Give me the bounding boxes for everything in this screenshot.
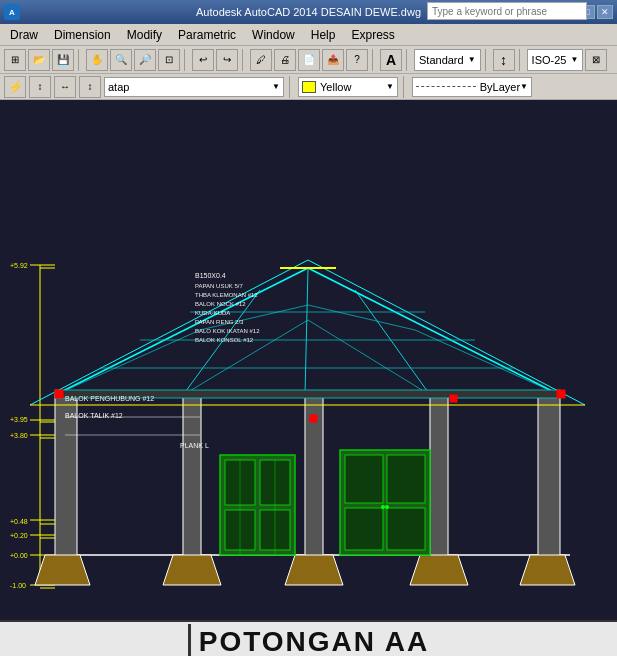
toolbar-btn-zoom-ext[interactable]: ⊡ xyxy=(158,49,180,71)
layer-dropdown[interactable]: atap ▼ xyxy=(104,77,284,97)
svg-marker-24 xyxy=(285,555,343,585)
svg-text:+3.95: +3.95 xyxy=(10,416,28,423)
menu-draw[interactable]: Draw xyxy=(2,26,46,44)
linetype-line xyxy=(416,86,476,87)
title-line-decoration xyxy=(188,624,191,656)
svg-text:BALOK KONSOL #12: BALOK KONSOL #12 xyxy=(195,337,254,343)
keyword-input[interactable] xyxy=(432,6,582,17)
toolbar-btn-publish[interactable]: 📤 xyxy=(322,49,344,71)
svg-point-60 xyxy=(381,505,385,509)
toolbar-btn-preview[interactable]: 📄 xyxy=(298,49,320,71)
window-title: Autodesk AutoCAD 2014 DESAIN DEWE.dwg xyxy=(196,6,421,18)
svg-text:BALO KOK IKATAN #12: BALO KOK IKATAN #12 xyxy=(195,328,260,334)
svg-rect-62 xyxy=(55,390,63,398)
svg-rect-63 xyxy=(557,390,565,398)
layer-btn-4[interactable]: ↕ xyxy=(79,76,101,98)
title-block: POTONGAN AA SKALA 1 : 100 xyxy=(0,620,617,656)
keyword-search-box[interactable] xyxy=(427,2,587,20)
toolbar-btn-zoom-win[interactable]: 🔍 xyxy=(110,49,132,71)
text-style-value: Standard xyxy=(419,54,464,66)
toolbar-separator-5 xyxy=(406,49,410,71)
close-button[interactable]: ✕ xyxy=(597,5,613,19)
cad-drawing: B150X0.4 PAPAN USUK 5/7 THBA KLEMONAN #1… xyxy=(0,100,617,620)
svg-text:KUDA-KUDA: KUDA-KUDA xyxy=(195,310,230,316)
toolbar-btn-open[interactable]: 📂 xyxy=(28,49,50,71)
menu-help[interactable]: Help xyxy=(303,26,344,44)
standard-toolbar: ⊞ 📂 💾 ✋ 🔍 🔎 ⊡ ↩ ↪ 🖊 🖨 📄 📤 ? A Standard ▼… xyxy=(0,46,617,74)
svg-rect-56 xyxy=(345,455,383,503)
toolbar-separator-7 xyxy=(519,49,523,71)
layer-btn-2[interactable]: ↕ xyxy=(29,76,51,98)
toolbar-btn-redo[interactable]: ↪ xyxy=(216,49,238,71)
svg-rect-57 xyxy=(387,455,425,503)
dim-style-value: ISO-25 xyxy=(532,54,567,66)
drawing-area[interactable]: B150X0.4 PAPAN USUK 5/7 THBA KLEMONAN #1… xyxy=(0,100,617,620)
toolbar-btn-new[interactable]: ⊞ xyxy=(4,49,26,71)
menu-parametric[interactable]: Parametric xyxy=(170,26,244,44)
svg-rect-65 xyxy=(450,395,457,402)
toolbar-btn-save[interactable]: 💾 xyxy=(52,49,74,71)
menu-dimension[interactable]: Dimension xyxy=(46,26,119,44)
svg-text:B150X0.4: B150X0.4 xyxy=(195,272,226,279)
svg-text:PAPAN USUK 5/7: PAPAN USUK 5/7 xyxy=(195,283,243,289)
toolbar-btn-match[interactable]: 🖊 xyxy=(250,49,272,71)
linetype-dropdown[interactable]: ByLayer ▼ xyxy=(412,77,532,97)
toolbar-btn-text[interactable]: A xyxy=(380,49,402,71)
svg-rect-15 xyxy=(430,395,448,557)
svg-text:+5.92: +5.92 xyxy=(10,262,28,269)
svg-text:THBA KLEMONAN #12: THBA KLEMONAN #12 xyxy=(195,292,258,298)
svg-text:BALOK NOCK #12: BALOK NOCK #12 xyxy=(195,301,246,307)
toolbar-separator-2 xyxy=(184,49,188,71)
svg-marker-25 xyxy=(410,555,468,585)
svg-text:+0.48: +0.48 xyxy=(10,518,28,525)
svg-rect-58 xyxy=(345,508,383,550)
title-bar: A Autodesk AutoCAD 2014 DESAIN DEWE.dwg … xyxy=(0,0,617,24)
svg-rect-13 xyxy=(183,395,201,557)
toolbar-btn-pan[interactable]: ✋ xyxy=(86,49,108,71)
layer-value: atap xyxy=(108,81,129,93)
menu-window[interactable]: Window xyxy=(244,26,303,44)
svg-marker-26 xyxy=(520,555,575,585)
toolbar-btn-last[interactable]: ⊠ xyxy=(585,49,607,71)
linetype-dropdown-arrow: ▼ xyxy=(520,82,528,91)
svg-text:BALOK TALIK #12: BALOK TALIK #12 xyxy=(65,412,123,419)
layer-toolbar: ⚡ ↕ ↔ ↕ atap ▼ Yellow ▼ ByLayer ▼ xyxy=(0,74,617,100)
svg-rect-64 xyxy=(310,415,317,422)
svg-rect-11 xyxy=(538,395,560,557)
toolbar-btn-plot[interactable]: 🖨 xyxy=(274,49,296,71)
svg-rect-59 xyxy=(387,508,425,550)
toolbar-btn-dim-style[interactable]: ↕ xyxy=(493,49,515,71)
layer-sep-1 xyxy=(289,76,293,98)
svg-text:PAPAN RENG 2/3: PAPAN RENG 2/3 xyxy=(195,319,244,325)
layer-sep-2 xyxy=(403,76,407,98)
color-swatch xyxy=(302,81,316,93)
svg-text:BALOK PENGHUBUNG #12: BALOK PENGHUBUNG #12 xyxy=(65,395,154,402)
drawing-title-container: POTONGAN AA xyxy=(188,624,429,656)
menu-bar: Draw Dimension Modify Parametric Window … xyxy=(0,24,617,46)
text-style-arrow: ▼ xyxy=(468,55,476,64)
svg-marker-22 xyxy=(35,555,90,585)
toolbar-btn-zoom-prev[interactable]: 🔎 xyxy=(134,49,156,71)
svg-text:-1.00: -1.00 xyxy=(10,582,26,589)
toolbar-separator-3 xyxy=(242,49,246,71)
svg-text:+0.00: +0.00 xyxy=(10,552,28,559)
app-icon: A xyxy=(4,4,20,20)
svg-text:+3.80: +3.80 xyxy=(10,432,28,439)
text-style-dropdown[interactable]: Standard ▼ xyxy=(414,49,481,71)
toolbar-btn-help[interactable]: ? xyxy=(346,49,368,71)
linetype-value: ByLayer xyxy=(480,81,520,93)
color-dropdown[interactable]: Yellow ▼ xyxy=(298,77,398,97)
toolbar-btn-undo[interactable]: ↩ xyxy=(192,49,214,71)
menu-modify[interactable]: Modify xyxy=(119,26,170,44)
svg-rect-10 xyxy=(55,395,77,557)
svg-marker-23 xyxy=(163,555,221,585)
layer-btn-1[interactable]: ⚡ xyxy=(4,76,26,98)
menu-express[interactable]: Express xyxy=(343,26,402,44)
svg-text:PLANK L: PLANK L xyxy=(180,442,209,449)
toolbar-separator-1 xyxy=(78,49,82,71)
dim-style-arrow: ▼ xyxy=(570,55,578,64)
layer-dropdown-arrow: ▼ xyxy=(272,82,280,91)
toolbar-separator-6 xyxy=(485,49,489,71)
dim-style-dropdown[interactable]: ISO-25 ▼ xyxy=(527,49,584,71)
layer-btn-3[interactable]: ↔ xyxy=(54,76,76,98)
